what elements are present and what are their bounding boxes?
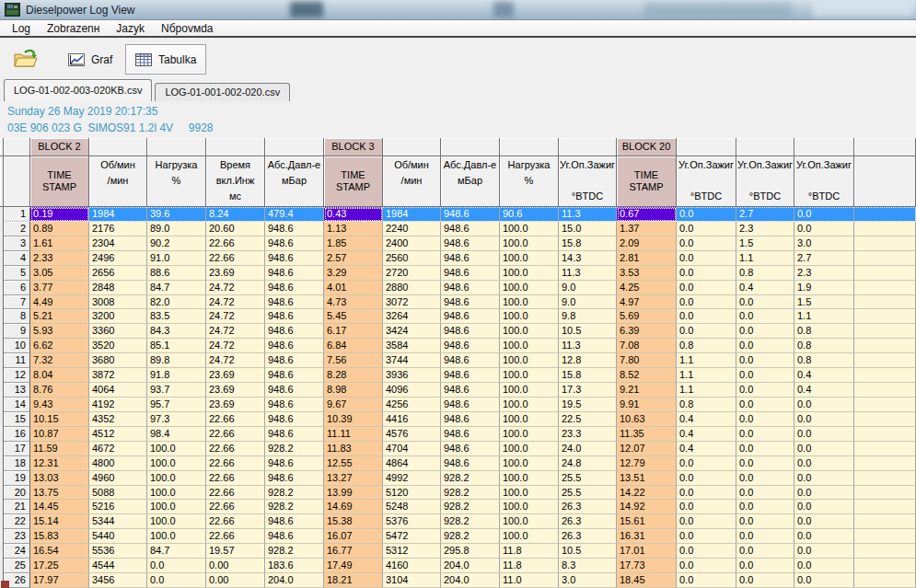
table-cell[interactable]: 0.00 <box>206 559 265 573</box>
table-row[interactable]: 1812.314800100.022.66948.612.554864948.6… <box>0 456 916 471</box>
table-cell[interactable]: 20.60 <box>206 222 265 236</box>
table-cell[interactable]: 3456 <box>89 573 147 588</box>
table-cell[interactable]: 17.3 <box>559 383 617 398</box>
table-cell[interactable]: 2720 <box>383 266 441 281</box>
table-cell[interactable]: 1984 <box>383 207 441 222</box>
timestamp-cell[interactable]: 14.69 <box>324 500 383 514</box>
timestamp-cell[interactable]: 10.63 <box>617 412 677 427</box>
timestamp-cell[interactable]: 18.21 <box>324 573 383 588</box>
table-cell[interactable]: 12.8 <box>559 353 617 368</box>
table-cell[interactable]: 0.0 <box>677 529 736 544</box>
table-cell[interactable]: 1.5 <box>736 236 794 251</box>
table-cell[interactable]: 0.0 <box>736 383 794 398</box>
tabulka-button[interactable]: Tabulka <box>125 44 206 75</box>
timestamp-cell[interactable]: 3.05 <box>30 266 89 281</box>
table-cell[interactable] <box>854 309 916 324</box>
table-cell[interactable]: 948.6 <box>265 236 324 251</box>
table-cell[interactable]: 2304 <box>89 236 147 251</box>
file-tab-2[interactable]: LOG-01-001-002-020.csv <box>155 83 290 101</box>
table-cell[interactable]: 93.7 <box>147 383 206 398</box>
row-number-cell[interactable]: 6 <box>4 281 30 295</box>
table-cell[interactable]: 23.3 <box>559 427 617 442</box>
table-cell[interactable]: 0.0 <box>794 559 854 573</box>
table-cell[interactable]: 100.0 <box>147 486 206 501</box>
timestamp-cell[interactable]: 6.84 <box>324 339 383 353</box>
table-cell[interactable]: 100.0 <box>500 353 559 368</box>
timestamp-cell[interactable]: 17.97 <box>30 573 89 588</box>
timestamp-cell[interactable]: 6.62 <box>30 339 89 353</box>
timestamp-cell[interactable]: 0.43 <box>324 207 383 222</box>
table-cell[interactable]: 3008 <box>89 295 147 310</box>
table-cell[interactable]: 948.6 <box>265 295 324 310</box>
table-cell[interactable]: 14.3 <box>559 251 617 266</box>
timestamp-cell[interactable]: 9.43 <box>30 398 89 412</box>
table-cell[interactable]: 1.1 <box>794 309 854 324</box>
table-cell[interactable]: 91.8 <box>147 368 206 383</box>
table-cell[interactable]: 9.8 <box>559 309 617 324</box>
table-cell[interactable]: 4576 <box>383 427 441 442</box>
table-cell[interactable]: 4416 <box>383 412 441 427</box>
timestamp-cell[interactable]: 10.39 <box>324 412 383 427</box>
table-cell[interactable]: 948.6 <box>441 456 500 471</box>
timestamp-cell[interactable]: 8.52 <box>617 368 677 383</box>
table-cell[interactable]: 948.6 <box>441 251 500 266</box>
table-cell[interactable]: 22.66 <box>206 442 265 456</box>
table-cell[interactable]: 0.0 <box>736 427 794 442</box>
table-cell[interactable]: 0.4 <box>794 383 854 398</box>
timestamp-cell[interactable]: 2.81 <box>617 251 677 266</box>
table-cell[interactable]: 100.0 <box>147 500 206 514</box>
table-cell[interactable]: 948.6 <box>441 383 500 398</box>
table-cell[interactable]: 928.2 <box>441 471 500 486</box>
table-cell[interactable]: 0.0 <box>736 295 794 310</box>
table-cell[interactable]: 3680 <box>89 353 147 368</box>
table-cell[interactable]: 3520 <box>89 339 147 353</box>
timestamp-cell[interactable]: 4.49 <box>30 295 89 310</box>
table-row[interactable]: 2215.145344100.022.66948.615.385376928.2… <box>0 514 916 529</box>
row-number-cell[interactable]: 10 <box>4 339 30 353</box>
table-cell[interactable]: 2.3 <box>794 266 854 281</box>
timestamp-cell[interactable]: 11.11 <box>324 427 383 442</box>
table-cell[interactable]: 948.6 <box>265 339 324 353</box>
timestamp-cell[interactable]: 17.25 <box>30 559 89 573</box>
table-cell[interactable]: 0.8 <box>794 353 854 368</box>
table-cell[interactable]: 0.0 <box>794 471 854 486</box>
table-cell[interactable]: 4064 <box>89 383 147 398</box>
timestamp-cell[interactable]: 4.97 <box>617 295 677 310</box>
table-row[interactable]: 2517.2545440.00.00183.617.494160204.011.… <box>0 559 916 573</box>
table-cell[interactable]: 4960 <box>89 471 147 486</box>
table-cell[interactable]: 24.72 <box>206 309 265 324</box>
table-cell[interactable]: 15.0 <box>559 222 617 236</box>
table-cell[interactable]: 89.8 <box>147 353 206 368</box>
table-cell[interactable]: 948.6 <box>441 295 500 310</box>
table-cell[interactable]: 948.6 <box>265 383 324 398</box>
row-number-cell[interactable]: 16 <box>4 427 30 442</box>
table-cell[interactable]: 0.0 <box>736 500 794 514</box>
table-cell[interactable]: 0.0 <box>677 324 736 339</box>
table-row[interactable]: 63.77284884.724.72948.64.012880948.6100.… <box>0 281 916 295</box>
timestamp-cell[interactable]: 13.27 <box>324 471 383 486</box>
table-row[interactable]: 106.62352085.124.72948.66.843584948.6100… <box>0 339 916 353</box>
table-cell[interactable]: 91.0 <box>147 251 206 266</box>
row-number-cell[interactable]: 18 <box>4 456 30 471</box>
table-cell[interactable]: 15.8 <box>559 368 617 383</box>
table-row[interactable]: 2114.455216100.022.66928.214.695248928.2… <box>0 500 916 514</box>
table-row[interactable]: 20.89217689.020.60948.61.132240948.6100.… <box>0 222 916 236</box>
row-number-cell[interactable]: 25 <box>4 559 30 573</box>
timestamp-cell[interactable]: 13.75 <box>30 486 89 501</box>
timestamp-cell[interactable]: 4.01 <box>324 281 383 295</box>
table-cell[interactable]: 5536 <box>89 544 147 559</box>
timestamp-cell[interactable]: 15.83 <box>30 529 89 544</box>
table-cell[interactable]: 100.0 <box>500 514 559 529</box>
table-cell[interactable]: 948.6 <box>441 266 500 281</box>
timestamp-cell[interactable]: 6.17 <box>324 324 383 339</box>
table-cell[interactable]: 0.8 <box>736 266 794 281</box>
table-row[interactable]: 1711.594672100.022.66928.211.834704948.6… <box>0 442 916 456</box>
table-cell[interactable]: 4864 <box>383 456 441 471</box>
table-cell[interactable] <box>854 573 916 588</box>
timestamp-cell[interactable]: 11.35 <box>617 427 677 442</box>
table-cell[interactable]: 3104 <box>383 573 441 588</box>
table-cell[interactable]: 3744 <box>383 353 441 368</box>
table-cell[interactable]: 23.69 <box>206 368 265 383</box>
table-cell[interactable]: 3.0 <box>794 236 854 251</box>
table-cell[interactable] <box>854 529 916 544</box>
